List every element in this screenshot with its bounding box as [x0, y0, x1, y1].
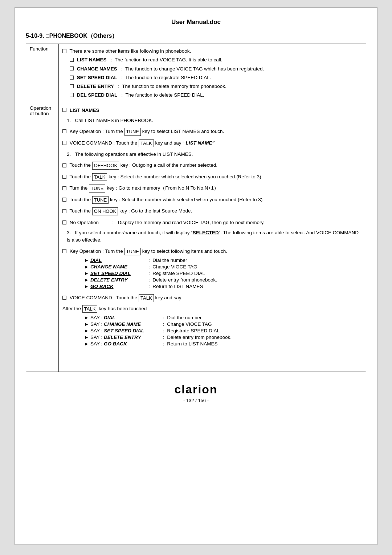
say-label-deleteentry: SAY : DELETE ENTRY: [90, 335, 163, 340]
operation-row: Operation of button LIST NAMES 1. Call L…: [26, 103, 366, 372]
function-items: LIST NAMES : The function to read VOICE …: [70, 56, 362, 99]
say-item-changename: ► SAY : CHANGE NAME : Change VIOCE TAG: [84, 321, 362, 327]
page: User Manual.doc 5-10-9. □PHONEBOOK（Other…: [15, 7, 377, 545]
sub-label-dial: DIAL: [90, 258, 148, 263]
arrow-goback: ►: [84, 284, 89, 289]
arrow-deleteentry: ►: [84, 277, 89, 283]
arrow-say-deleteentry: ►: [84, 335, 89, 340]
sub-label-changename: CHANGE NAME: [90, 264, 148, 270]
talk-key-2: TALK: [92, 173, 107, 181]
sub-label-setspeeddial: SET SPEED DIAL: [90, 271, 148, 276]
say-item-dial: ► SAY : DIAL : Dial the number: [84, 315, 362, 320]
checkbox-setspeeddial: [70, 76, 74, 80]
list-names-header: LIST NAMES: [62, 107, 362, 114]
onhook-key: ON HOOK: [92, 207, 118, 215]
sub-items-list: ► DIAL : Dial the number ► CHANGE NAME :…: [84, 258, 362, 289]
say-items-list: ► SAY : DIAL : Dial the number ► SAY : C…: [84, 315, 362, 347]
say-label-dial: SAY : DIAL: [90, 315, 163, 320]
arrow-say-goback: ►: [84, 341, 89, 347]
checkbox-keyop2: [62, 249, 66, 253]
checkbox-onhook: [62, 209, 66, 213]
say-label-setspeeddial: SAY : SET SPEED DIAL: [90, 328, 163, 333]
tune-key-1: TUNE: [124, 128, 141, 136]
operation-content: LIST NAMES 1. Call LIST NAMES in PHONEBO…: [59, 103, 366, 372]
function-item-2: CHANGE NAMES : The function to change VO…: [70, 65, 362, 73]
tune-key-4: TUNE: [124, 248, 141, 256]
checkbox-tune-touch: [62, 198, 66, 202]
say-label-changename: SAY : CHANGE NAME: [90, 321, 163, 327]
checkbox-listnames: [70, 58, 74, 62]
sub-label-goback: GO BACK: [90, 284, 148, 289]
say-item-deleteentry: ► SAY : DELETE ENTRY : Delete entry from…: [84, 335, 362, 340]
checkbox-intro: [62, 49, 66, 53]
tune-key-3: TUNE: [92, 196, 109, 204]
checkbox-offhook: [62, 163, 66, 167]
onhook-item: Touch the ON HOOK key : Go to the last S…: [62, 207, 362, 215]
key-operation-1: Key Operation : Turn the TUNE key to sel…: [62, 128, 362, 136]
checkbox-deleteentry: [70, 84, 74, 88]
say-label-goback: SAY : GO BACK: [90, 341, 163, 347]
checkbox-delspeeddial: [70, 93, 74, 97]
say-item-setspeeddial: ► SAY : SET SPEED DIAL : Registrate SPEE…: [84, 328, 362, 333]
arrow-changename: ►: [84, 264, 89, 270]
function-row: Function There are some other items like…: [26, 44, 366, 103]
main-table: Function There are some other items like…: [26, 44, 366, 372]
tune-key-2: TUNE: [89, 185, 105, 193]
tune-touch-item: Touch the TUNE key : Select the number w…: [62, 196, 362, 204]
arrow-say-dial: ►: [84, 315, 89, 320]
talk-key-3: TALK: [139, 294, 154, 302]
operation-label: Operation of button: [26, 103, 59, 372]
document-title: User Manual.doc: [26, 19, 366, 26]
footer: clarion - 132 / 156 -: [26, 383, 366, 403]
checkbox-noop: [62, 220, 66, 224]
section-heading: 5-10-9. □PHONEBOOK（Others）: [26, 32, 366, 40]
sub-item-deleteentry: ► DELETE ENTRY : Delete entry from phone…: [84, 277, 362, 283]
key-operation-2: Key Operation : Turn the TUNE key to sel…: [62, 248, 362, 256]
voice-command-1: VOICE COMMAND : Touch the TALK key and s…: [62, 139, 362, 147]
checkbox-tune-turn: [62, 186, 66, 190]
function-item-1: LIST NAMES : The function to read VOICE …: [70, 56, 362, 64]
offhook-key: OFFHOOK: [92, 162, 119, 170]
sub-item-changename: ► CHANGE NAME : Change VIOCE TAG: [84, 264, 362, 270]
function-intro: There are some other items like followin…: [62, 48, 362, 55]
selected-text: SELECTED: [193, 230, 219, 235]
after-talk-touched: After the TALK key has been touched: [62, 305, 362, 313]
checkbox-talk: [62, 175, 66, 179]
arrow-say-setspeeddial: ►: [84, 328, 89, 333]
function-item-3: SET SPEED DIAL : The function to registr…: [70, 74, 362, 81]
sub-label-deleteentry: DELETE ENTRY: [90, 277, 148, 283]
function-item-5: DEL SPEED DIAL : The function to delete …: [70, 92, 362, 99]
talk-key-1: TALK: [139, 139, 154, 147]
function-item-4: DELETE ENTRY : The function to delete me…: [70, 83, 362, 90]
voice-command-2: VOICE COMMAND : Touch the TALK key and s…: [62, 294, 362, 302]
clarion-logo: clarion: [26, 383, 366, 396]
checkbox-listnames-section: [62, 108, 66, 112]
arrow-setspeeddial: ►: [84, 271, 89, 276]
function-content: There are some other items like followin…: [59, 44, 366, 103]
arrow-say-changename: ►: [84, 321, 89, 327]
page-number: - 132 / 156 -: [26, 398, 366, 403]
say-item-goback: ► SAY : GO BACK : Return to LIST NAMES: [84, 341, 362, 347]
checkbox-voicecmd2: [62, 296, 66, 300]
checkbox-voicecmd1: [62, 141, 66, 145]
talk-key-4: TALK: [82, 305, 98, 313]
checkbox-changenames: [70, 66, 74, 70]
function-label: Function: [26, 44, 59, 103]
step1: 1. Call LIST NAMES in PHONEBOOK.: [67, 117, 362, 124]
offhook-item: Touch the OFFHOOK key : Outgoing a call …: [62, 162, 362, 170]
spacer: [62, 348, 362, 369]
sub-item-setspeeddial: ► SET SPEED DIAL : Registrate SPEED DIAL: [84, 271, 362, 276]
arrow-dial: ►: [84, 258, 89, 263]
step3: 3. If you select a number/name and touch…: [67, 229, 362, 244]
sub-item-dial: ► DIAL : Dial the number: [84, 258, 362, 263]
no-operation-item: No Operation : Display the memory and re…: [62, 219, 362, 226]
talk-item: Touch the TALK key : Select the number w…: [62, 173, 362, 181]
sub-item-goback: ► GO BACK : Return to LIST NAMES: [84, 284, 362, 289]
list-name-cmd: LIST NAME”: [185, 140, 215, 146]
tune-turn-item: Turn the TUNE key : Go to next memory（Fr…: [62, 185, 362, 193]
checkbox-keyop1: [62, 129, 66, 133]
step2: 2. The following operations are effectiv…: [67, 151, 362, 158]
